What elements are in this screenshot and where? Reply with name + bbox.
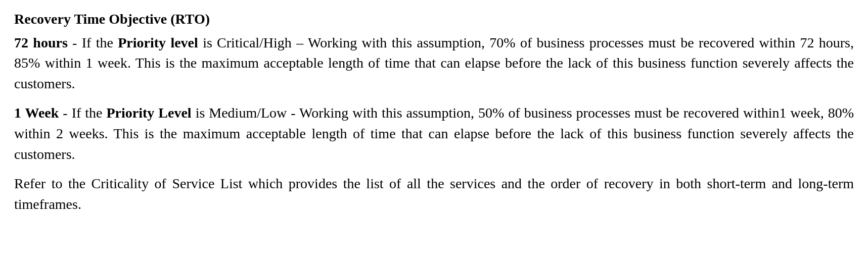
text-before-1: - If the: [68, 35, 118, 50]
inline-bold-2: Priority Level: [107, 105, 192, 121]
label-72hours: 72 hours: [14, 35, 68, 50]
paragraph-72hours: 72 hours - If the Priority level is Crit…: [14, 33, 854, 94]
inline-bold-1: Priority level: [118, 35, 198, 50]
paragraph-refer: Refer to the Criticality of Service List…: [14, 174, 854, 214]
paragraph-1week: 1 Week - If the Priority Level is Medium…: [14, 103, 854, 165]
text-before-2: - If the: [59, 105, 106, 121]
refer-text: Refer to the Criticality of Service List…: [14, 176, 854, 212]
label-1week: 1 Week: [14, 105, 59, 121]
section-title: Recovery Time Objective (RTO): [14, 9, 854, 30]
